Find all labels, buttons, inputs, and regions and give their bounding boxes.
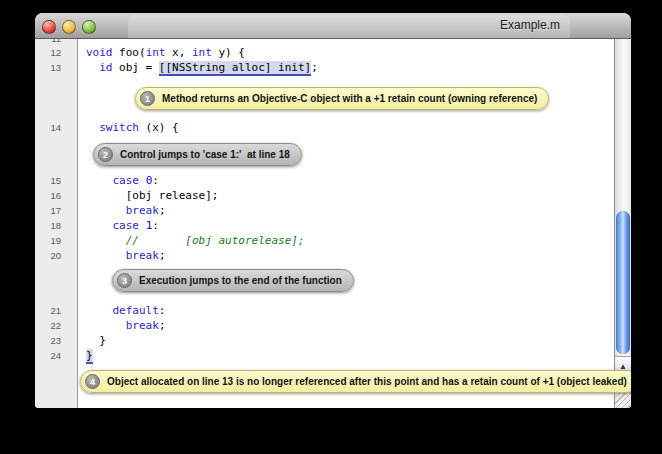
code-token xyxy=(86,219,113,232)
analyzer-annotation-2[interactable]: 2Control jumps to 'case 1:' at line 18 xyxy=(93,143,302,166)
minimize-button[interactable] xyxy=(62,20,76,34)
window-titlebar[interactable]: Example.m xyxy=(35,13,631,39)
annotation-step-badge: 3 xyxy=(117,273,132,288)
code-line: switch (x) { xyxy=(86,120,179,135)
line-number: 16 xyxy=(35,190,61,202)
line-number: 23 xyxy=(35,335,61,347)
code-line: } xyxy=(86,348,93,363)
code-token xyxy=(86,61,99,74)
annotation-text: Control jumps to 'case 1:' at line 18 xyxy=(120,149,290,160)
code-token xyxy=(86,204,126,217)
screenshot-stage: Example.m 1112131415161718192021222324 v… xyxy=(0,0,662,454)
code-token xyxy=(139,219,146,232)
line-number: 20 xyxy=(35,250,61,262)
line-number: 22 xyxy=(35,320,61,332)
window-title: Example.m xyxy=(455,18,605,32)
code-line: case 0: xyxy=(86,173,159,188)
close-button[interactable] xyxy=(42,20,56,34)
code-line: void foo(int x, int y) { xyxy=(86,45,245,60)
code-token: y) { xyxy=(212,46,245,59)
line-number: 18 xyxy=(35,220,61,232)
code-token: : xyxy=(159,304,166,317)
code-token xyxy=(86,304,113,317)
code-token: } xyxy=(86,349,93,364)
code-line: id obj = [[NSString alloc] init]; xyxy=(86,60,318,75)
code-line: default: xyxy=(86,303,165,318)
window: Example.m 1112131415161718192021222324 v… xyxy=(35,13,631,408)
annotation-text: Object allocated on line 13 is no longer… xyxy=(107,376,627,387)
code-token: case xyxy=(113,219,140,232)
code-token xyxy=(86,234,126,247)
code-token: foo( xyxy=(113,46,146,59)
code-token: : xyxy=(152,174,159,187)
code-line: break; xyxy=(86,318,166,333)
annotation-text: Execution jumps to the end of the functi… xyxy=(139,275,342,286)
line-number: 13 xyxy=(35,62,61,74)
editor-content: 1112131415161718192021222324 void foo(in… xyxy=(35,39,631,408)
code-token: : xyxy=(152,219,159,232)
code-token: ; xyxy=(159,319,166,332)
line-number: 11 xyxy=(35,39,61,45)
code-token: (x) { xyxy=(139,121,179,134)
code-token: id xyxy=(99,61,112,74)
code-token: void xyxy=(86,46,113,59)
code-token: [obj release]; xyxy=(86,189,218,202)
code-token: switch xyxy=(99,121,139,134)
code-line: break; xyxy=(86,203,166,218)
code-line: case 1: xyxy=(86,218,159,233)
code-token: ; xyxy=(159,249,166,262)
analyzer-annotation-4[interactable]: 4Object allocated on line 13 is no longe… xyxy=(80,370,631,393)
annotation-step-badge: 4 xyxy=(85,374,100,389)
annotation-step-badge: 2 xyxy=(98,147,113,162)
code-token: break xyxy=(126,249,159,262)
code-token: break xyxy=(126,319,159,332)
line-number: 14 xyxy=(35,122,61,134)
line-number: 15 xyxy=(35,175,61,187)
code-token: [[NSString alloc] init] xyxy=(159,61,311,76)
code-line: [obj release]; xyxy=(86,188,218,203)
analyzer-annotation-1[interactable]: 1Method returns an Objective-C object wi… xyxy=(135,87,549,110)
code-token: ; xyxy=(159,204,166,217)
code-line: // [obj autorelease]; xyxy=(86,233,305,248)
annotation-text: Method returns an Objective-C object wit… xyxy=(162,93,537,104)
code-token xyxy=(86,174,113,187)
code-token xyxy=(139,174,146,187)
code-token xyxy=(86,249,126,262)
code-token: obj = xyxy=(113,61,159,74)
code-line: break; xyxy=(86,248,166,263)
code-token: break xyxy=(126,204,159,217)
code-token: x, xyxy=(166,46,193,59)
code-token: default xyxy=(113,304,159,317)
code-token: } xyxy=(86,334,106,347)
code-token xyxy=(86,121,99,134)
line-number: 24 xyxy=(35,350,61,362)
code-token: int xyxy=(192,46,212,59)
line-number: 21 xyxy=(35,305,61,317)
resize-grip-icon[interactable] xyxy=(615,392,631,408)
line-number: 19 xyxy=(35,235,61,247)
code-line: } xyxy=(86,333,106,348)
line-number: 17 xyxy=(35,205,61,217)
annotation-step-badge: 1 xyxy=(140,91,155,106)
code-token: int xyxy=(146,46,166,59)
line-number-gutter: 1112131415161718192021222324 xyxy=(35,39,78,408)
analyzer-annotation-3[interactable]: 3Execution jumps to the end of the funct… xyxy=(112,269,354,292)
line-number: 12 xyxy=(35,47,61,59)
code-token: // [obj autorelease]; xyxy=(126,234,305,247)
code-token: case xyxy=(113,174,140,187)
zoom-button[interactable] xyxy=(82,20,96,34)
code-token xyxy=(86,319,126,332)
code-token: ; xyxy=(311,61,318,74)
vertical-scrollbar[interactable]: ▲ ▼ xyxy=(614,39,631,408)
scrollbar-thumb[interactable] xyxy=(616,211,630,354)
